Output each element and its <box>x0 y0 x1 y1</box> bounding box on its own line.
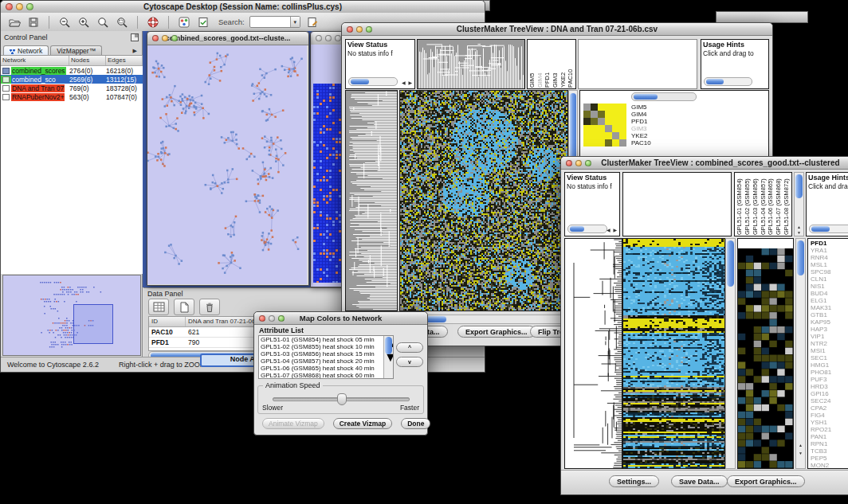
gene-label[interactable]: CLN1 <box>811 275 848 283</box>
gene-label[interactable]: MAK31 <box>811 304 848 311</box>
attribute-item[interactable]: GPL51-01 (GSM854) heat shock 05 min <box>259 336 393 343</box>
close-button[interactable] <box>259 315 265 322</box>
column-label[interactable]: GPL51-01 (GSM854) <box>736 174 744 235</box>
attribute-item[interactable]: GPL51-02 (GSM855) heat shock 10 min <box>259 343 393 350</box>
column-label[interactable]: PAC10 <box>567 41 575 88</box>
main-titlebar[interactable]: Cytoscape Desktop (Session Name: collins… <box>1 1 485 14</box>
birds-eye-canvas[interactable] <box>3 275 139 354</box>
zoom-heatmap-matrix[interactable] <box>583 104 626 147</box>
animation-speed-slider[interactable] <box>273 397 410 401</box>
scrollbar-thumb[interactable] <box>795 174 803 198</box>
dense-network-canvas[interactable] <box>313 84 344 283</box>
zoom-heatmap-canvas[interactable] <box>738 248 793 468</box>
delete-attribute-icon[interactable] <box>199 299 220 315</box>
minimize-button[interactable] <box>575 160 582 166</box>
close-button[interactable] <box>566 160 572 166</box>
column-dendrogram-panel[interactable] <box>417 39 525 89</box>
gene-label[interactable]: MSL1 <box>811 261 848 268</box>
gene-label[interactable]: RPN1 <box>811 440 848 447</box>
treeview2-titlebar[interactable]: ClusterMaker TreeView : combined_scores_… <box>561 157 848 170</box>
gene-label[interactable]: SEC1 <box>811 354 848 361</box>
usage-hints-scrollbar[interactable] <box>809 225 848 233</box>
row-dendrogram-canvas[interactable] <box>346 91 397 311</box>
gene-label[interactable]: YKE2 <box>631 132 651 139</box>
heatmap-canvas[interactable] <box>400 91 567 311</box>
heatmap-global-panel[interactable] <box>399 90 568 311</box>
col-nodes[interactable]: Nodes <box>69 56 106 65</box>
attribute-list[interactable]: GPL51-01 (GSM854) heat shock 05 minGPL51… <box>258 335 394 379</box>
zoom-selected-icon[interactable] <box>115 15 129 29</box>
gene-label[interactable]: YSH1 <box>811 419 848 426</box>
help-lifering-icon[interactable] <box>146 15 160 29</box>
zoom-window-button[interactable] <box>278 315 285 322</box>
gene-label[interactable]: PFD1 <box>811 240 848 247</box>
scrollbar-thumb[interactable] <box>811 226 830 232</box>
search-input[interactable]: ▼ <box>249 16 300 28</box>
view-status-scrollbar[interactable] <box>348 77 398 86</box>
gene-label[interactable]: PFD1 <box>631 118 651 125</box>
gene-label[interactable]: SPC98 <box>811 268 848 275</box>
column-label[interactable]: GIM4 <box>536 41 544 88</box>
network-window-titlebar[interactable]: combined_scores_good.txt--cluste... <box>147 32 308 45</box>
column-label[interactable]: GPL51-08 (GSM872) <box>783 174 791 235</box>
gene-label[interactable]: KAP95 <box>811 318 848 326</box>
row-dendrogram-canvas[interactable] <box>565 239 622 468</box>
col-id[interactable]: ID <box>149 317 186 326</box>
move-down-button[interactable]: v <box>396 357 423 367</box>
column-label[interactable]: GIM3 <box>552 41 559 88</box>
attribute-item[interactable]: GPL51-07 (GSM868) heat shock 60 min <box>259 372 393 379</box>
gene-label[interactable]: PAN1 <box>811 433 848 440</box>
save-session-icon[interactable] <box>26 15 41 29</box>
scrollbar-thumb[interactable] <box>570 226 584 232</box>
move-up-button[interactable]: ^ <box>396 342 423 353</box>
column-label[interactable]: GPL51-03 (GSM856) <box>752 174 760 235</box>
slider-thumb[interactable] <box>337 393 347 405</box>
gene-label[interactable]: TCB3 <box>811 447 848 455</box>
gene-label[interactable]: FIG4 <box>811 412 848 419</box>
column-label[interactable]: GPL51-04 (GSM857) <box>760 174 768 235</box>
zoom-window-button[interactable] <box>585 160 591 166</box>
gene-label[interactable]: GPI16 <box>811 390 848 397</box>
labels-vscrollbar[interactable]: ▲ ▼ <box>794 172 804 236</box>
gene-label[interactable]: GIM4 <box>631 111 651 118</box>
minimize-button[interactable] <box>356 26 363 33</box>
vizmapper-icon[interactable] <box>177 15 191 29</box>
row-dendrogram-panel[interactable] <box>345 90 398 311</box>
attribute-browser-icon[interactable] <box>305 15 320 29</box>
column-dendrogram-canvas[interactable] <box>418 40 524 88</box>
minimize-button[interactable] <box>162 35 168 41</box>
zoom-hscrollbar[interactable] <box>631 92 697 101</box>
scrollbar-thumb[interactable] <box>706 79 724 84</box>
attribute-list-vscrollbar[interactable]: ▲ ▼ <box>383 336 393 378</box>
column-label[interactable]: GPL51-02 (GSM855) <box>744 174 752 235</box>
network-row[interactable]: RNAPuberNov2+ 563(0) 107847(0) <box>1 92 143 101</box>
heatmap-canvas[interactable] <box>623 239 724 468</box>
settings-button[interactable]: Settings... <box>609 475 659 487</box>
column-label[interactable]: YKE2 <box>559 41 567 88</box>
column-label[interactable]: GPL51-06 (GSM865) <box>767 174 775 235</box>
network-canvas[interactable] <box>147 45 307 284</box>
open-session-icon[interactable] <box>7 15 22 29</box>
chevron-down-icon[interactable]: ▼ <box>290 17 300 27</box>
minimize-button[interactable] <box>269 315 275 322</box>
column-dendrogram-panel[interactable] <box>622 172 732 236</box>
view-status-scrollbar[interactable] <box>567 225 607 233</box>
heatmap-vscrollbar[interactable] <box>725 238 736 469</box>
gene-label[interactable]: RPO21 <box>811 426 848 433</box>
save-data-button[interactable]: Save Data... <box>671 475 728 487</box>
gene-label[interactable]: MSI1 <box>811 347 848 354</box>
minimize-button[interactable] <box>325 35 332 41</box>
dialog-titlebar[interactable]: Map Colors to Network <box>254 312 427 325</box>
gene-label[interactable]: GIM5 <box>631 104 651 111</box>
gene-label[interactable]: GIM3 <box>631 125 651 132</box>
col-edges[interactable]: Edges <box>106 56 143 65</box>
gene-label[interactable]: HAP3 <box>811 326 848 333</box>
scrollbar-thumb[interactable] <box>797 240 804 275</box>
select-attributes-icon[interactable] <box>148 299 169 315</box>
scrollbar-thumb[interactable] <box>351 79 369 84</box>
zoom-fit-icon[interactable] <box>96 15 110 29</box>
scrollbar-thumb[interactable] <box>385 337 392 354</box>
export-graphics-button[interactable]: Export Graphics... <box>457 326 536 338</box>
close-button[interactable] <box>347 26 353 33</box>
done-button[interactable]: Done <box>401 418 430 429</box>
